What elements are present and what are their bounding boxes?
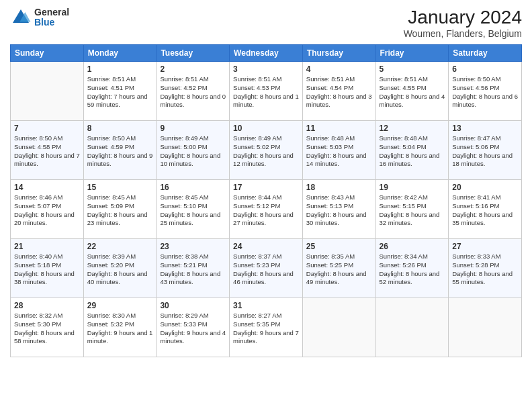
cell-content: Sunrise: 8:48 AMSunset: 5:04 PMDaylight:… [380,134,445,169]
cell-content: Sunrise: 8:40 AMSunset: 5:18 PMDaylight:… [14,253,80,287]
week-row-3: 14 Sunrise: 8:46 AMSunset: 5:07 PMDaylig… [11,180,522,239]
calendar-cell [375,298,449,357]
header-friday: Friday [375,45,449,62]
day-number: 23 [160,242,226,251]
calendar-cell: 30 Sunrise: 8:29 AMSunset: 5:33 PMDaylig… [157,298,230,357]
calendar-cell: 17 Sunrise: 8:44 AMSunset: 5:12 PMDaylig… [230,180,303,239]
calendar-cell [449,298,522,357]
day-number: 21 [14,242,80,251]
calendar-cell: 6 Sunrise: 8:50 AMSunset: 4:56 PMDayligh… [449,62,522,121]
calendar-cell: 22 Sunrise: 8:39 AMSunset: 5:20 PMDaylig… [83,239,157,298]
cell-content: Sunrise: 8:43 AMSunset: 5:13 PMDaylight:… [306,193,372,228]
day-number: 25 [306,242,372,251]
day-number: 11 [306,124,372,133]
calendar-cell: 28 Sunrise: 8:32 AMSunset: 5:30 PMDaylig… [11,298,84,357]
header-saturday: Saturday [449,45,522,62]
logo-general-text: General [34,7,69,17]
cell-content: Sunrise: 8:49 AMSunset: 5:02 PMDaylight:… [233,134,299,169]
location-subtitle: Woumen, Flanders, Belgium [404,28,522,39]
calendar-cell: 13 Sunrise: 8:47 AMSunset: 5:06 PMDaylig… [449,121,522,180]
day-number: 17 [233,183,299,192]
cell-content: Sunrise: 8:50 AMSunset: 4:58 PMDaylight:… [14,134,80,169]
calendar-cell: 1 Sunrise: 8:51 AMSunset: 4:51 PMDayligh… [83,62,157,121]
calendar-cell: 14 Sunrise: 8:46 AMSunset: 5:07 PMDaylig… [11,180,84,239]
calendar-cell: 7 Sunrise: 8:50 AMSunset: 4:58 PMDayligh… [11,121,84,180]
week-row-5: 28 Sunrise: 8:32 AMSunset: 5:30 PMDaylig… [11,298,522,357]
calendar-cell: 15 Sunrise: 8:45 AMSunset: 5:09 PMDaylig… [83,180,157,239]
month-year-title: January 2024 [404,7,522,28]
cell-content: Sunrise: 8:49 AMSunset: 5:00 PMDaylight:… [160,134,226,169]
cell-content: Sunrise: 8:37 AMSunset: 5:23 PMDaylight:… [233,253,299,287]
cell-content: Sunrise: 8:45 AMSunset: 5:10 PMDaylight:… [160,193,226,228]
cell-content: Sunrise: 8:51 AMSunset: 4:52 PMDaylight:… [160,75,226,109]
cell-content: Sunrise: 8:27 AMSunset: 5:35 PMDaylight:… [233,312,299,346]
calendar-table: Sunday Monday Tuesday Wednesday Thursday… [10,44,522,357]
logo-text: General Blue [34,7,69,28]
calendar-cell: 20 Sunrise: 8:41 AMSunset: 5:16 PMDaylig… [449,180,522,239]
calendar-cell: 25 Sunrise: 8:35 AMSunset: 5:25 PMDaylig… [302,239,375,298]
cell-content: Sunrise: 8:51 AMSunset: 4:53 PMDaylight:… [233,75,299,109]
cell-content: Sunrise: 8:48 AMSunset: 5:03 PMDaylight:… [306,134,372,169]
day-number: 30 [160,301,226,310]
calendar-cell: 24 Sunrise: 8:37 AMSunset: 5:23 PMDaylig… [230,239,303,298]
day-number: 14 [14,183,80,192]
week-row-4: 21 Sunrise: 8:40 AMSunset: 5:18 PMDaylig… [11,239,522,298]
calendar-cell: 31 Sunrise: 8:27 AMSunset: 5:35 PMDaylig… [230,298,303,357]
cell-content: Sunrise: 8:44 AMSunset: 5:12 PMDaylight:… [233,193,299,228]
day-number: 31 [233,301,299,310]
calendar-cell: 8 Sunrise: 8:50 AMSunset: 4:59 PMDayligh… [83,121,157,180]
week-row-2: 7 Sunrise: 8:50 AMSunset: 4:58 PMDayligh… [11,121,522,180]
day-number: 15 [87,183,153,192]
calendar-cell: 11 Sunrise: 8:48 AMSunset: 5:03 PMDaylig… [302,121,375,180]
calendar-cell: 10 Sunrise: 8:49 AMSunset: 5:02 PMDaylig… [230,121,303,180]
page-container: General Blue January 2024 Woumen, Flande… [0,0,532,411]
cell-content: Sunrise: 8:38 AMSunset: 5:21 PMDaylight:… [160,253,226,287]
day-number: 3 [233,64,299,74]
calendar-cell: 21 Sunrise: 8:40 AMSunset: 5:18 PMDaylig… [11,239,84,298]
day-number: 7 [14,124,80,133]
cell-content: Sunrise: 8:50 AMSunset: 4:56 PMDaylight:… [452,75,518,109]
day-number: 13 [452,124,518,133]
cell-content: Sunrise: 8:33 AMSunset: 5:28 PMDaylight:… [452,253,518,287]
day-number: 5 [380,64,445,74]
cell-content: Sunrise: 8:51 AMSunset: 4:54 PMDaylight:… [306,75,372,109]
cell-content: Sunrise: 8:30 AMSunset: 5:32 PMDaylight:… [87,312,153,346]
page-header: General Blue January 2024 Woumen, Flande… [10,7,522,39]
cell-content: Sunrise: 8:51 AMSunset: 4:51 PMDaylight:… [87,75,153,109]
cell-content: Sunrise: 8:32 AMSunset: 5:30 PMDaylight:… [14,312,80,346]
cell-content: Sunrise: 8:50 AMSunset: 4:59 PMDaylight:… [87,134,153,169]
day-number: 18 [306,183,372,192]
header-wednesday: Wednesday [230,45,303,62]
calendar-cell [11,62,84,121]
day-number: 1 [87,64,153,74]
calendar-cell: 26 Sunrise: 8:34 AMSunset: 5:26 PMDaylig… [375,239,449,298]
day-number: 24 [233,242,299,251]
day-number: 27 [452,242,518,251]
header-monday: Monday [83,45,157,62]
cell-content: Sunrise: 8:41 AMSunset: 5:16 PMDaylight:… [452,193,518,228]
calendar-cell: 12 Sunrise: 8:48 AMSunset: 5:04 PMDaylig… [375,121,449,180]
cell-content: Sunrise: 8:47 AMSunset: 5:06 PMDaylight:… [452,134,518,169]
cell-content: Sunrise: 8:51 AMSunset: 4:55 PMDaylight:… [380,75,445,109]
day-number: 2 [160,64,226,74]
day-number: 29 [87,301,153,310]
logo-icon [10,7,32,28]
calendar-cell: 29 Sunrise: 8:30 AMSunset: 5:32 PMDaylig… [83,298,157,357]
cell-content: Sunrise: 8:35 AMSunset: 5:25 PMDaylight:… [306,253,372,287]
logo-blue-text: Blue [34,17,69,28]
title-section: January 2024 Woumen, Flanders, Belgium [404,7,522,39]
day-number: 20 [452,183,518,192]
day-number: 8 [87,124,153,133]
calendar-cell: 19 Sunrise: 8:42 AMSunset: 5:15 PMDaylig… [375,180,449,239]
cell-content: Sunrise: 8:39 AMSunset: 5:20 PMDaylight:… [87,253,153,287]
day-number: 22 [87,242,153,251]
day-number: 26 [380,242,445,251]
calendar-cell: 2 Sunrise: 8:51 AMSunset: 4:52 PMDayligh… [157,62,230,121]
day-number: 10 [233,124,299,133]
day-number: 6 [452,64,518,74]
calendar-cell: 3 Sunrise: 8:51 AMSunset: 4:53 PMDayligh… [230,62,303,121]
cell-content: Sunrise: 8:29 AMSunset: 5:33 PMDaylight:… [160,312,226,346]
cell-content: Sunrise: 8:45 AMSunset: 5:09 PMDaylight:… [87,193,153,228]
calendar-cell: 9 Sunrise: 8:49 AMSunset: 5:00 PMDayligh… [157,121,230,180]
day-number: 19 [380,183,445,192]
